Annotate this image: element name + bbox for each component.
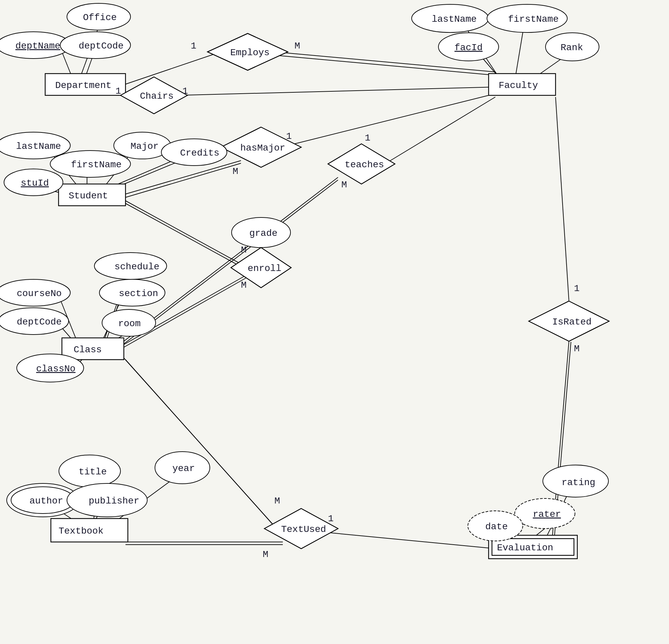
svg-line-7 bbox=[177, 87, 495, 95]
card-textused-m2: M bbox=[263, 549, 268, 560]
card-teaches-1: 1 bbox=[365, 133, 370, 143]
card-employs-m: M bbox=[295, 41, 300, 51]
svg-line-20 bbox=[281, 94, 495, 147]
rel-hasmajor-label: hasMajor bbox=[240, 143, 285, 153]
attr-section-label: section bbox=[119, 288, 158, 299]
rel-israted-label: IsRated bbox=[552, 317, 592, 327]
card-teaches-m: M bbox=[341, 180, 347, 190]
attr-rater-label: rater bbox=[533, 509, 561, 519]
attr-deptname-label: deptName bbox=[15, 41, 60, 51]
attr-classno-label: classNo bbox=[36, 364, 76, 374]
entity-textbook-label: Textbook bbox=[59, 526, 103, 536]
attr-date-label: date bbox=[485, 521, 508, 532]
card-chairs-1b: 1 bbox=[182, 86, 188, 96]
card-israted-m: M bbox=[574, 344, 580, 354]
rel-textused-label: TextUsed bbox=[281, 524, 326, 534]
card-israted-1: 1 bbox=[574, 283, 580, 294]
entity-student-label: Student bbox=[69, 191, 108, 201]
attr-fac-firstname-label: firstName bbox=[508, 14, 558, 25]
svg-line-26 bbox=[385, 97, 495, 164]
svg-line-37 bbox=[126, 360, 283, 535]
attr-room-label: room bbox=[118, 318, 141, 329]
attr-major-label: Major bbox=[130, 141, 159, 152]
attr-stu-lastname-label: lastName bbox=[16, 141, 61, 152]
svg-line-3 bbox=[122, 52, 221, 85]
attr-rank-label: Rank bbox=[560, 42, 583, 53]
attr-credits-label: Credits bbox=[180, 148, 219, 158]
entity-department-label: Department bbox=[55, 80, 112, 91]
attr-rating-label: rating bbox=[561, 477, 595, 488]
card-enroll-ms: M bbox=[241, 245, 247, 255]
attr-cls-deptcode-label: deptCode bbox=[17, 317, 61, 327]
attr-courseno-label: courseNo bbox=[17, 288, 61, 299]
card-chairs-1a: 1 bbox=[115, 86, 121, 96]
svg-line-9 bbox=[515, 27, 524, 77]
entity-faculty-label: Faculty bbox=[499, 80, 538, 91]
attr-schedule-label: schedule bbox=[114, 262, 159, 272]
attr-fac-lastname-label: lastName bbox=[432, 14, 476, 25]
svg-line-18 bbox=[126, 161, 241, 194]
card-textused-m1: M bbox=[274, 496, 280, 506]
attr-publisher-label: publisher bbox=[89, 496, 139, 506]
rel-enroll-label: enroll bbox=[248, 263, 282, 274]
card-hasmajor-1: 1 bbox=[286, 131, 292, 142]
attr-stu-firstname-label: firstName bbox=[71, 160, 122, 170]
rel-chairs-label: Chairs bbox=[140, 91, 174, 101]
svg-line-19 bbox=[126, 163, 241, 197]
attr-year-label: year bbox=[172, 463, 195, 474]
entity-evaluation-label: Evaluation bbox=[497, 543, 553, 553]
svg-line-48 bbox=[556, 97, 569, 301]
attr-facid-label: facId bbox=[455, 42, 483, 53]
svg-line-40 bbox=[321, 532, 495, 549]
attr-stuid-label: stuId bbox=[21, 178, 49, 188]
card-enroll-mc: M bbox=[241, 280, 247, 290]
card-hasmajor-m: M bbox=[232, 166, 238, 177]
attr-grade-label: grade bbox=[249, 228, 277, 239]
card-textused-1: 1 bbox=[328, 514, 334, 524]
entity-class-label: Class bbox=[74, 345, 102, 355]
rel-teaches-label: teaches bbox=[345, 160, 384, 170]
attr-title-label: title bbox=[79, 467, 107, 477]
attr-office-label: Office bbox=[83, 12, 117, 23]
attr-deptcode-label: deptCode bbox=[79, 41, 124, 51]
card-employs-1: 1 bbox=[191, 41, 197, 51]
attr-author-label: author bbox=[29, 496, 63, 506]
rel-employs-label: Employs bbox=[230, 47, 270, 58]
